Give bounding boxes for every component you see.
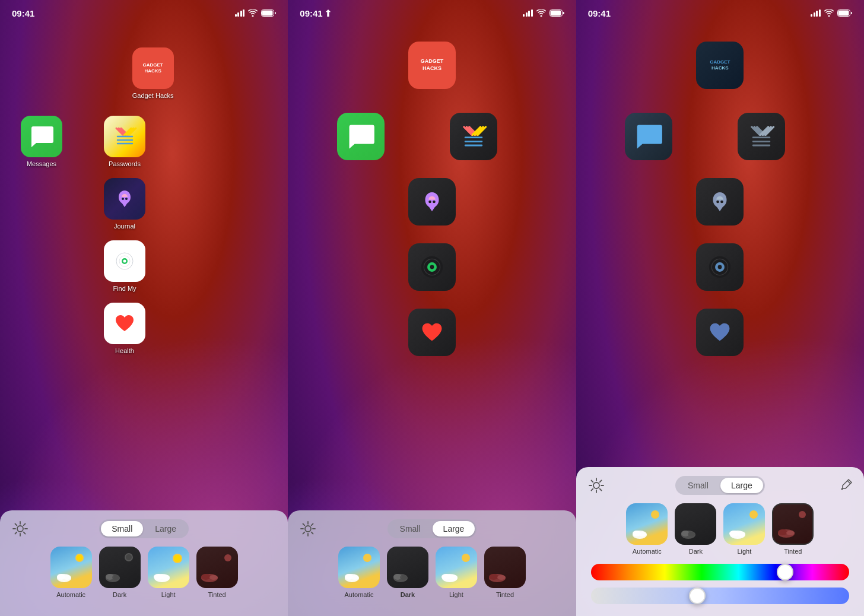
svg-point-45 bbox=[305, 526, 311, 532]
icon-options-row-2: Automatic Dark bbox=[300, 547, 564, 598]
size-toggle-3[interactable]: Small Large bbox=[675, 476, 765, 495]
status-time-1: 09:41 bbox=[12, 8, 34, 18]
svg-point-66 bbox=[489, 574, 498, 580]
svg-point-27 bbox=[126, 554, 132, 560]
brightness-icon-1 bbox=[12, 520, 28, 537]
app-messages-3[interactable] bbox=[625, 113, 672, 160]
app-passwords-1[interactable]: Passwords bbox=[104, 116, 145, 167]
findmy-icon-1 bbox=[104, 240, 145, 282]
option-light-3[interactable]: Light bbox=[723, 503, 765, 555]
passwords-icon-1 bbox=[104, 116, 145, 157]
icon-options-row-1: Automatic bbox=[12, 547, 276, 598]
svg-point-95 bbox=[737, 532, 745, 537]
option-light-1[interactable]: Light bbox=[148, 547, 189, 598]
status-bar-2: 09:41 bbox=[288, 0, 576, 26]
svg-point-44 bbox=[430, 265, 434, 269]
small-btn-2[interactable]: Small bbox=[389, 521, 431, 536]
large-btn-2[interactable]: Large bbox=[433, 521, 475, 536]
panel-header-1: Small Large bbox=[12, 519, 276, 538]
option-tinted-2[interactable]: Tinted bbox=[484, 547, 526, 598]
messages-icon-1 bbox=[21, 116, 62, 157]
large-btn-3[interactable]: Large bbox=[720, 478, 763, 493]
eyedropper-icon-3[interactable] bbox=[840, 478, 853, 493]
bottom-panel-1: Small Large bbox=[0, 510, 288, 616]
svg-point-63 bbox=[449, 575, 458, 580]
svg-point-9 bbox=[17, 526, 23, 532]
option-dark-1[interactable]: Dark bbox=[99, 547, 141, 598]
app-health-1[interactable]: Health bbox=[104, 303, 145, 354]
option-dark-3[interactable]: Dark bbox=[675, 503, 716, 555]
app-health-2[interactable] bbox=[408, 309, 456, 356]
size-toggle-2[interactable]: Small Large bbox=[387, 519, 477, 538]
battery-icon-3 bbox=[837, 9, 852, 17]
svg-point-99 bbox=[786, 531, 795, 535]
brightness-icon-2 bbox=[300, 520, 316, 537]
svg-point-75 bbox=[718, 265, 722, 269]
option-auto-2[interactable]: Automatic bbox=[338, 547, 380, 598]
option-auto-label-1: Automatic bbox=[56, 591, 85, 598]
option-auto-3[interactable]: Automatic bbox=[626, 503, 668, 555]
status-icons-2 bbox=[523, 9, 564, 17]
option-tinted-1[interactable]: Tinted bbox=[196, 547, 238, 598]
app-findmy-1[interactable]: Find My bbox=[104, 240, 145, 292]
svg-point-76 bbox=[841, 488, 843, 490]
app-passwords-3[interactable] bbox=[738, 113, 785, 160]
status-bar-3: 09:41 bbox=[576, 0, 864, 26]
findmy-label-1: Find My bbox=[113, 285, 136, 292]
svg-line-50 bbox=[303, 524, 305, 526]
svg-point-2 bbox=[122, 198, 124, 200]
app-journal-2[interactable] bbox=[408, 178, 456, 226]
status-time-3: 09:41 bbox=[588, 8, 611, 18]
svg-point-56 bbox=[351, 575, 358, 580]
passwords-icon-2 bbox=[450, 113, 497, 160]
blue-thumb[interactable] bbox=[689, 588, 706, 604]
svg-point-32 bbox=[174, 555, 181, 562]
option-dark-2[interactable]: Dark bbox=[387, 547, 428, 598]
status-bar-1: 09:41 bbox=[0, 0, 288, 26]
small-btn-1[interactable]: Small bbox=[101, 521, 143, 536]
option-auto-1[interactable]: Automatic bbox=[50, 547, 92, 598]
bottom-panel-3: Small Large bbox=[576, 467, 864, 616]
journal-icon-1 bbox=[104, 178, 145, 220]
svg-point-98 bbox=[778, 529, 787, 535]
app-journal-3[interactable] bbox=[696, 178, 744, 226]
journal-icon-2 bbox=[408, 178, 456, 226]
wifi-icon-1 bbox=[248, 9, 258, 17]
gadget-hacks-icon-2: GADGETHACKS bbox=[408, 42, 456, 89]
option-light-2[interactable]: Light bbox=[436, 547, 477, 598]
small-btn-3[interactable]: Small bbox=[677, 478, 719, 493]
signal-icon-2 bbox=[523, 9, 533, 17]
rainbow-thumb[interactable] bbox=[777, 564, 793, 580]
svg-point-77 bbox=[593, 482, 599, 488]
svg-point-92 bbox=[688, 532, 695, 536]
messages-label-1: Messages bbox=[27, 160, 56, 167]
app-messages-1[interactable]: Messages bbox=[21, 116, 62, 167]
app-gadget-hacks-3[interactable]: GADGETHACKS bbox=[696, 42, 744, 89]
size-toggle-1[interactable]: Small Large bbox=[99, 519, 189, 538]
rainbow-slider[interactable] bbox=[591, 564, 849, 580]
svg-line-17 bbox=[15, 532, 17, 534]
app-findmy-3[interactable] bbox=[696, 243, 744, 291]
app-health-3[interactable] bbox=[696, 309, 744, 356]
passwords-label-1: Passwords bbox=[109, 160, 141, 167]
app-passwords-2[interactable] bbox=[450, 113, 497, 160]
app-gadget-hacks-2[interactable]: GADGETHACKS bbox=[408, 42, 456, 89]
svg-point-35 bbox=[209, 575, 218, 580]
svg-point-88 bbox=[639, 532, 646, 536]
app-messages-2[interactable] bbox=[337, 113, 385, 160]
app-findmy-2[interactable] bbox=[408, 243, 456, 291]
svg-point-3 bbox=[125, 198, 128, 200]
svg-point-57 bbox=[363, 554, 371, 562]
app-journal-1[interactable]: Journal bbox=[104, 178, 145, 230]
svg-point-96 bbox=[749, 510, 758, 519]
blue-slider[interactable] bbox=[591, 588, 849, 604]
large-btn-1[interactable]: Large bbox=[144, 521, 187, 536]
brightness-icon-3 bbox=[588, 477, 605, 494]
svg-line-16 bbox=[24, 524, 26, 526]
messages-icon-3 bbox=[625, 113, 672, 160]
option-tinted-3[interactable]: Tinted bbox=[772, 503, 814, 555]
app-gadget-hacks-1[interactable]: GADGETHACKS Gadget Hacks bbox=[132, 47, 174, 99]
svg-point-89 bbox=[651, 510, 659, 519]
status-time-2: 09:41 bbox=[300, 8, 331, 18]
svg-point-71 bbox=[720, 201, 723, 204]
